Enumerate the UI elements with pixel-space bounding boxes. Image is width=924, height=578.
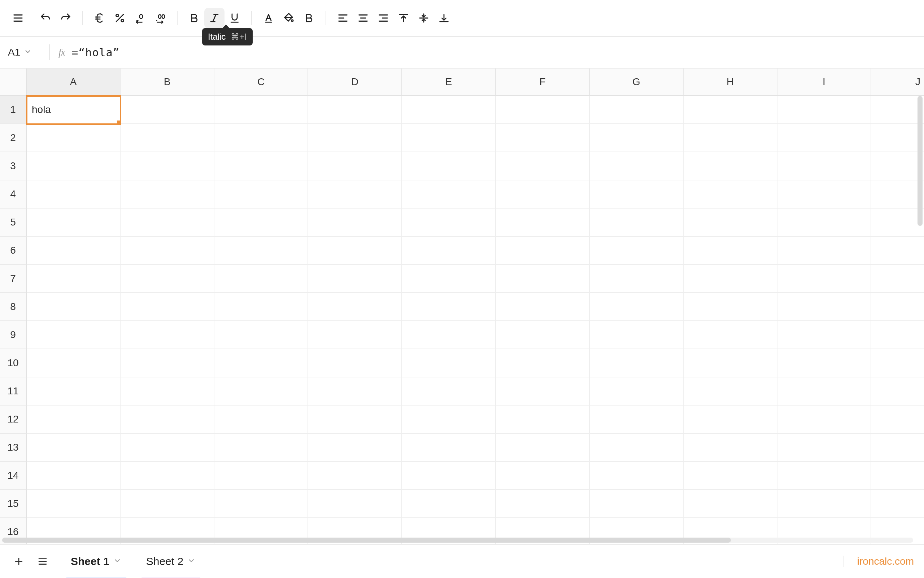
cell[interactable] [402,293,496,321]
cell[interactable] [496,180,590,209]
cell[interactable] [120,237,215,265]
row-header[interactable]: 7 [0,265,27,293]
cell[interactable] [215,377,308,406]
cell[interactable] [871,349,924,377]
cell[interactable] [871,124,924,152]
menu-button[interactable] [8,8,28,28]
bold-button[interactable] [184,8,204,28]
cell-reference-dropdown[interactable]: A1 [8,47,41,58]
cell[interactable] [402,377,496,406]
cell[interactable] [27,209,120,237]
select-all-corner[interactable] [0,68,27,95]
cell[interactable] [871,321,924,349]
cell[interactable] [590,265,683,293]
cell[interactable] [683,293,778,321]
undo-button[interactable] [35,8,55,28]
cell[interactable] [120,434,215,462]
cell[interactable] [120,406,215,434]
cell[interactable] [590,152,683,180]
cell[interactable] [402,96,496,124]
column-header[interactable]: F [496,68,590,95]
formula-input[interactable]: =“hola” [72,46,119,59]
row-header[interactable]: 11 [0,377,27,406]
cell[interactable] [590,124,683,152]
cell[interactable] [308,293,402,321]
cell[interactable] [871,377,924,406]
cell[interactable] [402,265,496,293]
cell[interactable] [27,321,120,349]
cell[interactable] [778,434,871,462]
cell[interactable] [120,377,215,406]
cell[interactable]: hola [27,96,120,124]
align-right-button[interactable] [373,8,394,28]
cell[interactable] [27,377,120,406]
cell[interactable] [871,96,924,124]
cell[interactable] [308,209,402,237]
column-header[interactable]: B [120,68,215,95]
cell[interactable] [778,124,871,152]
cell[interactable] [871,265,924,293]
decrease-decimal-button[interactable] [130,8,150,28]
cell[interactable] [778,209,871,237]
sheet-tab-1[interactable]: Sheet 1 [66,552,127,571]
cell[interactable] [871,462,924,490]
chevron-down-icon[interactable] [113,555,122,568]
brand-link[interactable]: ironcalc.com [844,555,914,567]
cell[interactable] [308,434,402,462]
cell[interactable] [215,265,308,293]
italic-button[interactable] [204,8,224,28]
row-header[interactable]: 14 [0,462,27,490]
row-header[interactable]: 6 [0,237,27,265]
cell[interactable] [27,406,120,434]
cell[interactable] [308,237,402,265]
valign-top-button[interactable] [394,8,414,28]
cell[interactable] [590,321,683,349]
cell[interactable] [778,152,871,180]
borders-button[interactable] [299,8,319,28]
cell[interactable] [27,124,120,152]
cell[interactable] [683,349,778,377]
cell[interactable] [27,180,120,209]
currency-button[interactable] [89,8,110,28]
cell[interactable] [778,321,871,349]
cell[interactable] [590,237,683,265]
cell[interactable] [120,209,215,237]
cell[interactable] [683,265,778,293]
cell[interactable] [215,321,308,349]
text-color-button[interactable] [259,8,279,28]
cell[interactable] [683,152,778,180]
cell[interactable] [402,321,496,349]
cell[interactable] [215,237,308,265]
cell[interactable] [496,152,590,180]
cell[interactable] [402,237,496,265]
cell[interactable] [308,265,402,293]
cell[interactable] [308,124,402,152]
cell[interactable] [683,180,778,209]
cell[interactable] [215,152,308,180]
column-header[interactable]: E [402,68,496,95]
cell[interactable] [120,462,215,490]
cell[interactable] [215,124,308,152]
cell[interactable] [496,377,590,406]
cell[interactable] [308,490,402,518]
cell[interactable] [590,377,683,406]
cell[interactable] [778,293,871,321]
cell[interactable] [27,152,120,180]
cell[interactable] [871,406,924,434]
cell[interactable] [215,209,308,237]
cell[interactable] [120,180,215,209]
align-center-button[interactable] [353,8,373,28]
cell[interactable] [27,293,120,321]
cell[interactable] [590,293,683,321]
cell[interactable] [590,462,683,490]
cell[interactable] [871,293,924,321]
row-header[interactable]: 8 [0,293,27,321]
cell[interactable] [871,434,924,462]
cell[interactable] [215,490,308,518]
cell[interactable] [496,237,590,265]
cell[interactable] [120,490,215,518]
cell[interactable] [871,180,924,209]
increase-decimal-button[interactable] [150,8,170,28]
cell[interactable] [27,349,120,377]
cell[interactable] [27,490,120,518]
